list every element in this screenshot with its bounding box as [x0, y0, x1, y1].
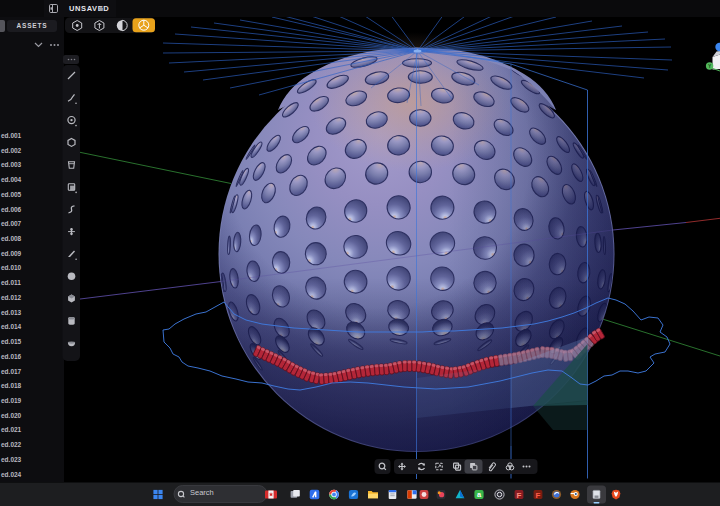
svg-text:F: F: [517, 491, 522, 500]
svg-text:Search: Search: [190, 488, 214, 497]
svg-text:F: F: [536, 491, 541, 500]
